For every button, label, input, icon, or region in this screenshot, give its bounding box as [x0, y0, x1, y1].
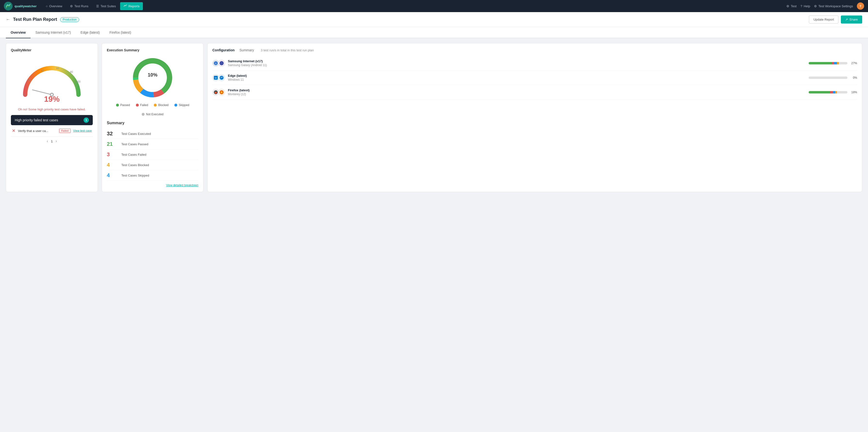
svg-text:🍎: 🍎	[215, 91, 217, 94]
execution-summary-title: Execution Summary	[107, 48, 198, 52]
edge-icons: W	[212, 74, 225, 81]
settings-gear-icon: ⚙	[814, 4, 817, 8]
view-test-case-link[interactable]: View test case	[73, 129, 92, 132]
svg-text:40: 40	[41, 69, 44, 72]
edge-pct: 0%	[849, 76, 857, 80]
page-number: 1	[51, 140, 53, 143]
svg-text:20: 20	[28, 79, 31, 82]
samsung-name: Samsung Internet (v17)	[228, 59, 806, 63]
svg-text:100: 100	[76, 80, 81, 83]
page-header: ← Test Run Plan Report Production Update…	[0, 12, 868, 27]
summary-row-passed: 21 Test Cases Passed	[107, 139, 198, 149]
legend-blocked: Blocked	[154, 103, 168, 107]
topnav: qualitywatcher ○ Overview ⚙ Test Runs ☰ …	[0, 0, 868, 12]
high-priority-label: High priority failed test cases	[15, 118, 58, 122]
passed-count: 21	[107, 141, 121, 147]
gauge-svg: 0 20 40 60 80 100	[20, 58, 83, 97]
samsung-pct: 27%	[849, 62, 857, 65]
config-tab-secondary[interactable]: Summary	[240, 48, 254, 52]
nav-test-runs[interactable]: ⚙ Test Runs	[67, 2, 92, 10]
samsung-progress: 27%	[809, 62, 857, 65]
legend-passed: Passed	[116, 103, 130, 107]
share-button[interactable]: ↗ Share	[841, 16, 862, 24]
execution-summary-card: Execution Summary 10% Passed	[102, 43, 204, 192]
config-row-firefox: 🍎 Firefox (latest) Monterey (12)	[212, 85, 857, 99]
nav-settings[interactable]: ⚙ Test Workspace Settings	[814, 4, 853, 8]
firefox-progress-bar	[809, 91, 847, 93]
failed-row: ✕ Verify that a user ca... Failed View t…	[11, 125, 93, 136]
failed-item-text: Verify that a user ca...	[18, 129, 57, 133]
logo-icon	[4, 2, 12, 10]
edge-info: Edge (latest) Windows 11	[228, 74, 806, 81]
gauge-warning: Oh no! Some high priority test cases hav…	[11, 107, 93, 111]
nav-right: ⚙ Test ? Help ⚙ Test Workspace Settings …	[786, 2, 864, 10]
nav-reports[interactable]: Reports	[120, 2, 143, 10]
view-breakdown-link[interactable]: View detailed breakdown	[107, 184, 198, 187]
svg-point-23	[220, 76, 223, 80]
header-actions: Update Report ↗ Share	[809, 16, 862, 24]
config-tab-primary[interactable]: Configuration	[212, 48, 235, 52]
firefox-icons: 🍎	[212, 89, 225, 96]
svg-text:80: 80	[70, 70, 73, 73]
main-content: QualityMeter 0 20 40	[0, 38, 868, 197]
passed-label: Test Cases Passed	[121, 143, 148, 146]
donut-chart: 10%	[131, 56, 175, 99]
workspace-gear-icon: ⚙	[786, 4, 789, 8]
svg-point-27	[221, 91, 223, 93]
svg-text:60: 60	[56, 67, 59, 70]
firefox-browser-icon	[218, 89, 225, 96]
page-title: Test Run Plan Report	[13, 17, 57, 22]
summary-row-skipped: 4 Test Cases Skipped	[107, 170, 198, 181]
tab-firefox[interactable]: Firefox (latest)	[104, 27, 136, 38]
production-badge: Production	[60, 17, 79, 22]
page-next-button[interactable]: ›	[56, 139, 57, 143]
edge-browser-icon	[218, 74, 225, 81]
blocked-count: 4	[107, 162, 121, 168]
nav-items: ○ Overview ⚙ Test Runs ☰ Test Suites Rep…	[42, 2, 784, 10]
testsuites-icon: ☰	[96, 4, 99, 8]
back-button[interactable]: ←	[6, 17, 10, 22]
page-prev-button[interactable]: ‹	[47, 139, 48, 143]
firefox-name: Firefox (latest)	[228, 88, 806, 92]
high-priority-header: High priority failed test cases 1	[11, 115, 93, 125]
avatar[interactable]: T	[857, 2, 864, 10]
gauge-container: 0 20 40 60 80 100 19%	[11, 56, 93, 106]
config-subtitle: 3 test run/s in total in this test run p…	[261, 49, 314, 52]
config-row-samsung: A Samsung Internet (v17) Samsung Galaxy …	[212, 56, 857, 70]
logo[interactable]: qualitywatcher	[4, 2, 37, 10]
samsung-progress-bar	[809, 62, 847, 64]
update-report-button[interactable]: Update Report	[809, 16, 839, 24]
quality-meter-title: QualityMeter	[11, 48, 93, 52]
summary-row-failed: 3 Test Cases Failed	[107, 149, 198, 160]
donut-container: 10%	[107, 56, 198, 99]
svg-point-20	[221, 62, 223, 64]
nav-test-suites[interactable]: ☰ Test Suites	[93, 2, 119, 10]
nav-help[interactable]: ? Help	[800, 4, 810, 8]
summary-row-executed: 32 Test Cases Executed	[107, 129, 198, 139]
svg-text:10%: 10%	[148, 72, 157, 78]
firefox-pct: 18%	[849, 91, 857, 94]
samsung-sub: Samsung Galaxy (Android 11)	[228, 63, 806, 67]
svg-text:W: W	[215, 77, 217, 79]
nav-test-workspace[interactable]: ⚙ Test	[786, 4, 797, 8]
tab-samsung[interactable]: Samsung Internet (v17)	[31, 27, 75, 38]
legend-skipped: Skipped	[175, 103, 189, 107]
summary-row-blocked: 4 Test Cases Blocked	[107, 160, 198, 170]
passed-dot	[116, 104, 119, 106]
svg-text:0: 0	[24, 93, 25, 96]
failed-count: 3	[107, 151, 121, 158]
overview-icon: ○	[46, 4, 48, 8]
tab-edge[interactable]: Edge (latest)	[76, 27, 104, 38]
samsung-icons: A	[212, 60, 225, 67]
blocked-label: Test Cases Blocked	[121, 163, 149, 167]
legend-failed: Failed	[136, 103, 148, 107]
tab-overview[interactable]: Overview	[6, 27, 31, 38]
samsung-info: Samsung Internet (v17) Samsung Galaxy (A…	[228, 59, 806, 67]
edge-name: Edge (latest)	[228, 74, 806, 78]
failed-status-badge: Failed	[59, 129, 71, 133]
nav-overview[interactable]: ○ Overview	[42, 2, 66, 10]
not-executed-dot	[142, 113, 145, 116]
failed-label: Test Cases Failed	[121, 153, 146, 156]
testruns-icon: ⚙	[70, 4, 73, 8]
skipped-dot	[175, 104, 177, 106]
